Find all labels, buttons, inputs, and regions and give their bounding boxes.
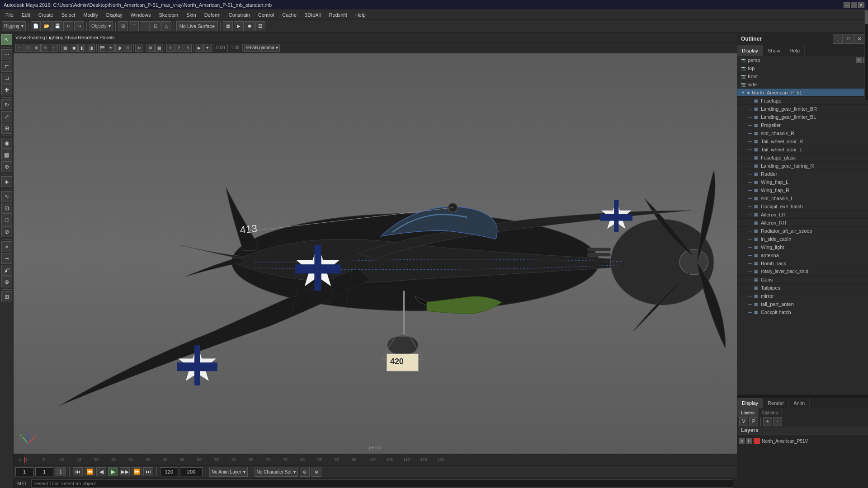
isolate-btn[interactable]: ⊎	[135, 44, 143, 52]
play-btn[interactable]: ▶	[108, 467, 118, 476]
no-live-surface-btn[interactable]: No Live Surface	[176, 21, 218, 31]
menu-item-cache[interactable]: Cache	[278, 11, 300, 19]
smooth-shade-btn[interactable]: ◼	[70, 44, 78, 52]
grid-btn[interactable]: ⊞	[146, 44, 155, 52]
smooth-shade-wire-btn[interactable]: ◧	[78, 44, 86, 52]
outliner-tab-help[interactable]: Help	[785, 45, 805, 56]
layer-p-all-btn[interactable]: P	[749, 417, 758, 426]
paint-skin-btn[interactable]: ⊚	[1, 277, 12, 287]
texture-btn[interactable]: 🏁	[98, 44, 106, 52]
outliner-item-wing-light[interactable]: — ▦ Wing_light	[737, 243, 868, 251]
close-button[interactable]: ✕	[858, 2, 864, 8]
menu-item-3dtoall[interactable]: 3DtoAll	[301, 11, 324, 19]
menu-item-file[interactable]: File	[2, 11, 17, 19]
goto-start-btn[interactable]: ⏮	[73, 467, 83, 476]
res-high-btn[interactable]: 3	[184, 44, 192, 52]
shadow-btn[interactable]: ◑	[115, 44, 123, 52]
flat-shade-btn[interactable]: ◨	[87, 44, 95, 52]
maximize-button[interactable]: □	[851, 2, 857, 8]
viewport-menu-lighting[interactable]: Lighting	[46, 35, 64, 40]
outliner-item-rotary-lever[interactable]: — ▦ rotary_lever_back_strut	[737, 267, 868, 276]
ipr-btn[interactable]: ⏺	[245, 21, 255, 31]
outliner-expand-btn[interactable]: □	[844, 34, 854, 44]
outliner-item-aileron-rh[interactable]: — ▦ Aileron_RH	[737, 219, 868, 227]
outliner-item-side[interactable]: 📷 side	[737, 80, 868, 89]
universal-manip-btn[interactable]: ⊞	[1, 123, 12, 134]
frame-current-field[interactable]: 1	[35, 467, 53, 476]
snap-surface-btn[interactable]: △	[161, 21, 171, 31]
paint-select-btn[interactable]: ⊏	[1, 61, 12, 72]
outliner-item-propeller[interactable]: — ▦ Propeller	[737, 121, 868, 129]
outliner-item-tailpipes[interactable]: — ▦ Tailpipes	[737, 284, 868, 292]
outliner-item-tail-wheel-l[interactable]: — ▦ Tail_wheel_door_L	[737, 145, 868, 154]
outliner-item-landing-l[interactable]: — ▦ Landing_gear_limiter_BL	[737, 113, 868, 121]
cam-dolly-btn[interactable]: ⊕	[41, 44, 49, 52]
outliner-item-landing-r[interactable]: — ▦ Landing_gear_limiter_BR	[737, 105, 868, 113]
layer-item-p51[interactable]: V P North_American_P51V	[739, 436, 866, 446]
undo-btn[interactable]: ↩	[63, 21, 73, 31]
play-fwd-btn[interactable]: ▶▶	[120, 467, 130, 476]
lasso-select-btn[interactable]: ⋯	[1, 49, 12, 60]
snap-grid-btn[interactable]: ⊞	[118, 21, 128, 31]
frame-end-field[interactable]: 120	[160, 467, 178, 476]
menu-item-create[interactable]: Create	[35, 11, 57, 19]
cluster-btn[interactable]: ⊕	[1, 161, 12, 172]
cam-select-fit-btn[interactable]: ⊞	[33, 44, 41, 52]
menu-item-windows[interactable]: Windows	[127, 11, 155, 19]
show-manipulator-btn[interactable]: ◈	[1, 176, 12, 187]
outliner-item-front[interactable]: 📷 front	[737, 72, 868, 80]
viewport-menu-view[interactable]: View	[15, 35, 26, 40]
outliner-item-in-side-cabin[interactable]: — ▦ in_side_cabin	[737, 235, 868, 243]
status-input[interactable]: Select Tool: select an object	[31, 479, 733, 488]
hud-btn[interactable]: ▦	[155, 44, 163, 52]
outliner-item-wing-flap-l[interactable]: — ▦ Wing_flap_L	[737, 178, 868, 186]
outliner-item-bomb-rack[interactable]: — ▦ Bomb_rack	[737, 259, 868, 267]
ao-btn[interactable]: ⊙	[124, 44, 132, 52]
menu-item-redshift[interactable]: Redshift	[326, 11, 351, 19]
paint-weights-btn[interactable]: 🖌	[1, 265, 12, 276]
ik-btn[interactable]: ⊸	[1, 253, 12, 264]
bottom-sub-tab-layers[interactable]: Layers	[737, 408, 759, 417]
viewport-menu-show[interactable]: Show	[65, 35, 77, 40]
viewport-menu-shading[interactable]: Shading	[27, 35, 45, 40]
outliner-item-slot-chassis-r[interactable]: — ▦ slot_chassis_R	[737, 129, 868, 137]
snap-view-btn[interactable]: ⊡	[151, 21, 160, 31]
persp-vis-btn[interactable]: V	[856, 57, 862, 63]
outliner-item-cockpit-exit[interactable]: — ▦ Cockpit_exit_hatch	[737, 202, 868, 211]
viewport[interactable]: 413 420	[14, 53, 737, 454]
gamma-dropdown[interactable]: sRGB gamma ▾	[244, 44, 280, 52]
outliner-scrollbar-v[interactable]	[864, 10, 868, 100]
select-tool-btn[interactable]: ↖	[1, 34, 12, 45]
no-char-set-dropdown[interactable]: No Character Set ▾	[255, 467, 298, 477]
open-scene-btn[interactable]: 📂	[42, 21, 52, 31]
outliner-item-wing-flap-r[interactable]: — ▦ Wing_flap_R	[737, 186, 868, 194]
outliner-item-antenna[interactable]: — ▦ antenna	[737, 251, 868, 259]
soft-select-btn[interactable]: ⊐	[1, 73, 12, 84]
render-btn[interactable]: ▶	[234, 21, 244, 31]
layer-remove-btn[interactable]: -	[773, 417, 782, 426]
outliner-item-lg-fairing[interactable]: — ▦ Landing_gear_fairing_R	[737, 162, 868, 170]
outliner-item-aileron-lh[interactable]: — ▦ Aileron_LH	[737, 211, 868, 219]
cam-track-btn[interactable]: ↕	[50, 44, 58, 52]
outliner-item-rudder[interactable]: — ▦ Rudder	[737, 170, 868, 178]
frame-start-field[interactable]: 1	[15, 467, 33, 476]
menu-item-deform[interactable]: Deform	[201, 11, 224, 19]
goto-end-btn[interactable]: ⏭	[143, 467, 153, 476]
outliner-item-tail-wheel-r[interactable]: — ▦ Tail_wheel_door_R	[737, 137, 868, 145]
menu-item-skin[interactable]: Skin	[183, 11, 199, 19]
new-scene-btn[interactable]: 📄	[31, 21, 41, 31]
outliner-close-btn[interactable]: ✕	[854, 34, 864, 44]
menu-item-constrain[interactable]: Constrain	[225, 11, 254, 19]
outliner-tab-show[interactable]: Show	[763, 45, 785, 56]
menu-item-modify[interactable]: Modify	[80, 11, 101, 19]
wireframe-btn[interactable]: ▦	[61, 44, 69, 52]
outliner-item-p51-group[interactable]: ▼ ◈ North_American_P_51	[737, 89, 868, 97]
layer-vis-all-btn[interactable]: V	[739, 417, 748, 426]
scale-tool-btn[interactable]: ⤢	[1, 111, 12, 122]
bottom-sub-tab-options[interactable]: Options	[759, 408, 782, 417]
redo-btn[interactable]: ↪	[74, 21, 84, 31]
poly-btn[interactable]: ⬡	[1, 215, 12, 225]
layer-add-btn[interactable]: +	[763, 417, 772, 426]
outliner-scrollbar-h[interactable]	[737, 394, 868, 398]
menu-item-control[interactable]: Control	[255, 11, 278, 19]
